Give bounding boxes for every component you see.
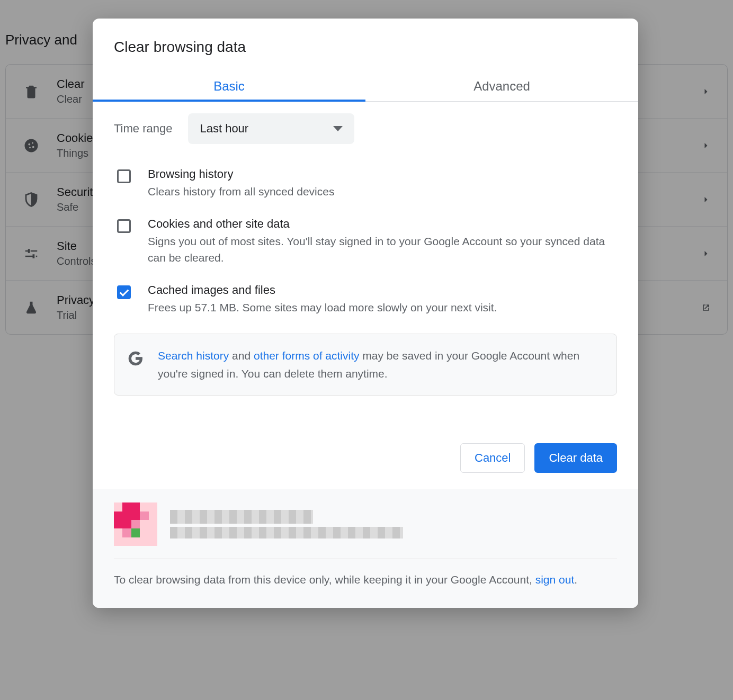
info-text: Search history and other forms of activi… <box>158 347 604 382</box>
dialog-footer: To clear browsing data from this device … <box>93 489 638 608</box>
option-cookies[interactable]: Cookies and other site data Signs you ou… <box>114 209 617 275</box>
time-range-label: Time range <box>114 122 172 136</box>
chevron-down-icon <box>333 126 343 131</box>
signed-in-profile <box>114 502 617 559</box>
footer-text: To clear browsing data from this device … <box>114 571 617 589</box>
dialog-title: Clear browsing data <box>93 19 638 71</box>
sign-out-link[interactable]: sign out <box>535 573 575 586</box>
checkbox-cache[interactable] <box>117 285 131 299</box>
clear-browsing-data-dialog: Clear browsing data Basic Advanced Time … <box>93 19 638 608</box>
option-desc: Signs you out of most sites. You'll stay… <box>148 233 617 266</box>
search-history-link[interactable]: Search history <box>158 349 229 362</box>
google-icon <box>127 350 144 367</box>
checkbox-cookies[interactable] <box>117 219 131 233</box>
option-desc: Clears history from all synced devices <box>148 183 617 200</box>
option-title: Browsing history <box>148 167 617 181</box>
option-desc: Frees up 57.1 MB. Some sites may load mo… <box>148 299 617 316</box>
time-range-value: Last hour <box>200 122 248 136</box>
tab-basic[interactable]: Basic <box>93 71 365 101</box>
option-browsing-history[interactable]: Browsing history Clears history from all… <box>114 159 617 209</box>
tab-advanced[interactable]: Advanced <box>365 71 638 101</box>
other-activity-link[interactable]: other forms of activity <box>254 349 360 362</box>
google-account-info: Search history and other forms of activi… <box>114 334 617 396</box>
option-cache[interactable]: Cached images and files Frees up 57.1 MB… <box>114 275 617 325</box>
checkbox-browsing-history[interactable] <box>117 169 131 183</box>
avatar <box>114 502 157 546</box>
dialog-actions: Cancel Clear data <box>93 411 638 489</box>
cancel-button[interactable]: Cancel <box>460 443 525 473</box>
redacted-profile-info <box>170 510 403 539</box>
time-range-select[interactable]: Last hour <box>188 113 354 144</box>
clear-data-button[interactable]: Clear data <box>534 443 617 473</box>
option-title: Cookies and other site data <box>148 217 617 231</box>
dialog-tabs: Basic Advanced <box>93 71 638 102</box>
option-title: Cached images and files <box>148 283 617 297</box>
